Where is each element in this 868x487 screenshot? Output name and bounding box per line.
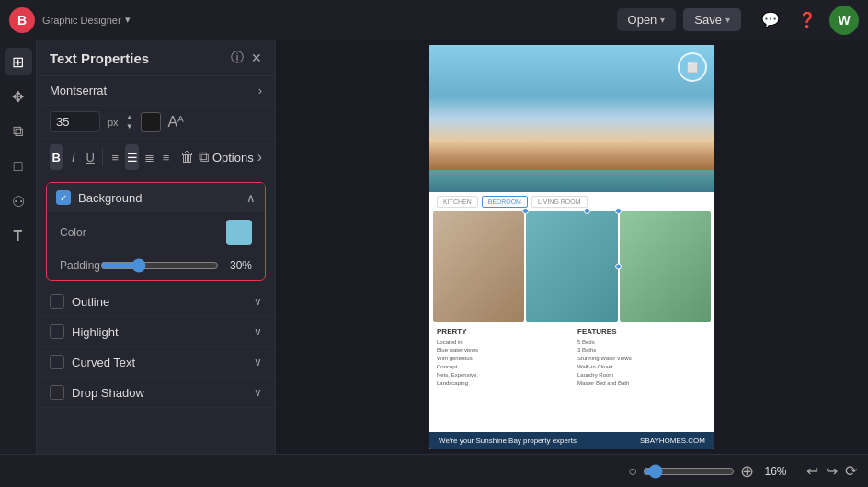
close-icon[interactable]: ✕ (251, 51, 262, 65)
panel-title: Text Properties (50, 51, 223, 66)
align-center-button[interactable]: ☰ (125, 144, 138, 170)
footer-right-text: SBAYHOMES.COM (640, 436, 705, 445)
sel-handle-tm[interactable] (584, 208, 590, 214)
room-tabs: KITCHEN BEDROOM LIVING ROOM (429, 192, 714, 211)
zoom-out-icon[interactable]: ○ (628, 463, 637, 480)
open-label: Open (628, 13, 657, 27)
text-properties-panel: Text Properties ⓘ ✕ Montserrat › px ▲ ▼ … (37, 40, 276, 454)
curved-text-section[interactable]: Curved Text ∨ (37, 347, 275, 378)
background-header[interactable]: Background ∧ (47, 183, 265, 212)
document-footer: We're your Sunshine Bay property experts… (429, 432, 714, 449)
zoom-in-icon[interactable]: ⊕ (740, 461, 754, 481)
iconbar-text[interactable]: T (5, 222, 32, 250)
stepper-down-icon[interactable]: ▼ (126, 122, 133, 131)
topbar-actions: 💬 ❓ W (756, 6, 859, 35)
format-row: B I U ≡ ☰ ≣ ≡ 🗑 ⧉ Options › (37, 139, 275, 176)
features-col: FEATURES 5 Beds3 BathsStunning Water Vie… (574, 325, 711, 390)
redo-icon[interactable]: ↪ (826, 462, 838, 480)
history-icon[interactable]: ⟳ (845, 462, 857, 480)
iconbar-layers[interactable]: ⧉ (5, 118, 32, 145)
bedroom-tab[interactable]: BEDROOM (482, 196, 528, 208)
align-left-button[interactable]: ≡ (108, 144, 121, 170)
iconbar-move[interactable]: ✥ (5, 83, 32, 110)
undo-icon[interactable]: ↩ (806, 462, 818, 480)
save-chevron-icon: ▾ (725, 15, 730, 25)
help-icon[interactable]: ❓ (793, 6, 822, 35)
font-size-stepper[interactable]: ▲ ▼ (126, 113, 133, 130)
open-button[interactable]: Open ▾ (617, 8, 677, 31)
font-color-swatch[interactable] (141, 112, 161, 132)
color-label: Color (60, 226, 226, 239)
background-color-swatch[interactable] (226, 220, 252, 245)
padding-slider[interactable] (100, 258, 219, 273)
drop-shadow-arrow-icon: ∨ (254, 386, 262, 399)
iconbar-users[interactable]: ⚇ (5, 187, 32, 215)
outline-label: Outline (72, 295, 254, 309)
align-justify-button[interactable]: ≡ (159, 144, 172, 170)
iconbar-home[interactable]: ⊞ (5, 48, 32, 75)
canvas-area[interactable]: KITCHEN BEDROOM LIVING ROOM (276, 40, 868, 454)
stepper-up-icon[interactable]: ▲ (126, 113, 133, 122)
format-separator (102, 148, 103, 166)
copy-icon[interactable]: ⧉ (199, 149, 209, 165)
sel-handle-tl[interactable] (522, 208, 529, 214)
app-name-button[interactable]: Graphic Designer ▾ (42, 14, 131, 26)
main-layout: ⊞ ✥ ⧉ □ ⚇ T Text Properties ⓘ ✕ Montserr… (0, 40, 868, 454)
iconbar-shapes[interactable]: □ (5, 153, 32, 180)
outline-arrow-icon: ∨ (254, 295, 262, 308)
house-image (429, 45, 714, 192)
text-transform-icon[interactable]: Aᴬ (168, 113, 185, 130)
kitchen-tab[interactable]: KITCHEN (437, 196, 478, 208)
property-col: PRERTY Located inBlue water viewsWith ge… (433, 325, 570, 390)
options-label[interactable]: Options (212, 151, 254, 164)
curved-text-arrow-icon: ∨ (254, 356, 262, 368)
bottombar: ○ ⊕ 16% ↩ ↪ ⟳ (0, 454, 868, 487)
font-size-row: px ▲ ▼ Aᴬ (37, 106, 275, 139)
living-room-tab[interactable]: LIVING ROOM (531, 196, 588, 208)
iconbar: ⊞ ✥ ⧉ □ ⚇ T (0, 40, 37, 454)
outline-section[interactable]: Outline ∨ (37, 287, 275, 317)
background-label: Background (78, 191, 246, 205)
padding-value: 30% (226, 259, 252, 272)
highlight-label: Highlight (72, 325, 254, 339)
sel-handle-mr[interactable] (615, 264, 622, 270)
padding-label: Padding (60, 259, 100, 272)
room-image-2 (526, 211, 617, 322)
options-arrow-icon[interactable]: › (257, 149, 262, 165)
font-name-label: Montserrat (50, 84, 107, 97)
font-selector[interactable]: Montserrat › (37, 76, 275, 106)
background-section: Background ∧ Color Padding 30% (46, 182, 266, 281)
app-name-chevron-icon: ▾ (125, 14, 131, 26)
document-canvas: KITCHEN BEDROOM LIVING ROOM (429, 45, 714, 449)
sel-handle-tr[interactable] (615, 208, 622, 214)
app-name-label: Graphic Designer (42, 15, 121, 26)
curved-text-checkbox[interactable] (50, 355, 64, 369)
bold-button[interactable]: B (50, 144, 63, 170)
house-image-sim (429, 45, 714, 192)
drop-shadow-checkbox[interactable] (50, 385, 64, 400)
zoom-control: ○ ⊕ 16% (628, 461, 792, 481)
drop-shadow-section[interactable]: Drop Shadow ∨ (37, 378, 275, 408)
font-size-input[interactable] (50, 111, 100, 132)
delete-icon[interactable]: 🗑 (180, 149, 195, 165)
highlight-checkbox[interactable] (50, 324, 64, 339)
highlight-arrow-icon: ∨ (254, 325, 262, 338)
zoom-percentage: 16% (760, 465, 792, 478)
property-text: Located inBlue water viewsWith generousC… (437, 338, 566, 388)
background-collapse-icon[interactable]: ∧ (246, 191, 256, 205)
outline-checkbox[interactable] (50, 294, 64, 309)
drop-shadow-label: Drop Shadow (72, 386, 254, 400)
avatar[interactable]: W (829, 6, 859, 35)
zoom-slider[interactable] (643, 464, 735, 479)
property-title: PRERTY (437, 327, 566, 335)
footer-left-text: We're your Sunshine Bay property experts (439, 436, 577, 445)
align-right-button[interactable]: ≣ (143, 144, 155, 170)
save-button[interactable]: Save ▾ (683, 8, 741, 31)
underline-button[interactable]: U (84, 144, 97, 170)
highlight-section[interactable]: Highlight ∨ (37, 317, 275, 347)
info-icon[interactable]: ⓘ (231, 50, 244, 66)
comment-icon[interactable]: 💬 (756, 6, 785, 35)
italic-button[interactable]: I (66, 144, 79, 170)
canvas-crop-button[interactable] (678, 52, 707, 82)
background-checkbox[interactable] (56, 190, 71, 205)
